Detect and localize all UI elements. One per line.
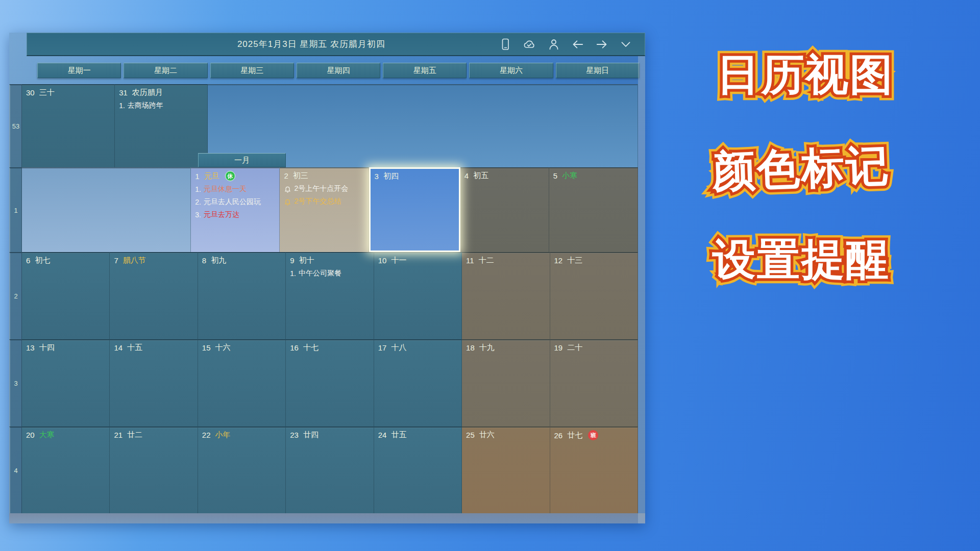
day-cell-jan4[interactable]: 4 初五 [460, 167, 549, 252]
event-item[interactable]: 2. 元旦去人民公园玩 [195, 197, 275, 207]
day-cell-jan23[interactable]: 23 廿四 [286, 427, 374, 513]
arrow-left-icon[interactable] [571, 38, 584, 51]
day-number: 18 [466, 343, 475, 352]
day-cell-jan22[interactable]: 22 小年 [198, 427, 286, 513]
chevron-down-icon[interactable] [619, 38, 632, 51]
weekday-tab-wed[interactable]: 星期三 [210, 63, 294, 78]
work-day-badge: 班 [588, 430, 598, 440]
month-tab-january[interactable]: 一月 [198, 153, 286, 167]
day-cell-jan6[interactable]: 6 初七 [22, 252, 110, 339]
day-cell-jan18[interactable]: 18 十九 [462, 339, 550, 427]
caption-set-reminders: 设置提醒 设置提醒 设置提醒 [713, 238, 890, 281]
day-cell-jan17[interactable]: 17 十八 [374, 339, 462, 427]
day-number: 20 [26, 431, 35, 439]
week-number: 53 [9, 84, 22, 167]
day-cell-jan16[interactable]: 16 十七 [286, 339, 374, 427]
weekday-header-row: 星期一 星期二 星期三 星期四 星期五 星期六 星期日 [37, 63, 640, 78]
lunar-label: 三十 [39, 88, 55, 97]
event-item[interactable]: 3. 元旦去万达 [195, 210, 275, 219]
lunar-label: 廿四 [303, 430, 318, 440]
lunar-label: 十二 [479, 256, 494, 265]
day-number: 8 [202, 256, 206, 265]
lunar-label: 初五 [473, 171, 488, 181]
lunar-label: 廿七 [567, 431, 582, 440]
bell-icon [284, 198, 291, 206]
weekday-tab-thu[interactable]: 星期四 [297, 63, 380, 78]
day-cell-jan21[interactable]: 21 廿二 [110, 427, 198, 513]
weekday-tab-fri[interactable]: 星期五 [383, 63, 467, 78]
lunar-label: 廿六 [479, 430, 495, 440]
day-number: 17 [378, 343, 387, 352]
day-cell-jan1[interactable]: 1 元旦 休 1. 元旦休息一天 2. 元旦去人民公园玩 3. 元旦去万达 [191, 167, 280, 252]
week-row-2: 2 6 初七 7 腊八节 8 初九 [9, 252, 638, 339]
weekday-tab-tue[interactable]: 星期二 [124, 63, 207, 78]
day-cell-jan9[interactable]: 9 初十 1. 中午公司聚餐 [286, 252, 374, 339]
day-number: 13 [26, 343, 35, 352]
day-cell-jan8[interactable]: 8 初九 [198, 252, 286, 339]
day-number: 23 [290, 431, 299, 439]
lunar-label: 初四 [383, 171, 399, 181]
empty-days-region [22, 167, 191, 252]
day-number: 15 [202, 343, 211, 352]
phone-icon[interactable] [499, 38, 511, 51]
day-cell-jan7[interactable]: 7 腊八节 [110, 252, 198, 339]
day-cell-jan10[interactable]: 10 十一 [374, 252, 462, 339]
lunar-label: 初九 [211, 256, 226, 265]
lunar-label: 十一 [391, 256, 406, 265]
day-cell-jan20[interactable]: 20 大寒 [22, 427, 110, 513]
lunar-label: 十九 [479, 343, 495, 353]
day-number: 26 [554, 431, 563, 440]
lunar-label: 十五 [127, 343, 142, 353]
day-cell-jan25[interactable]: 25 廿六 [462, 427, 550, 513]
lunar-label: 农历腊月 [132, 88, 163, 97]
day-cell-jan24[interactable]: 24 廿五 [374, 427, 462, 513]
festival-label: 元旦 [204, 171, 219, 181]
day-number: 12 [554, 256, 563, 265]
day-cell-dec31[interactable]: 31 农历腊月 1. 去商场跨年 [115, 84, 208, 167]
day-number: 30 [26, 88, 35, 97]
day-cell-jan11[interactable]: 11 十二 [462, 252, 550, 339]
week-row-3: 3 13 十四 14 十五 15 十六 [9, 339, 638, 427]
day-cell-jan13[interactable]: 13 十四 [22, 339, 110, 427]
arrow-right-icon[interactable] [595, 38, 608, 51]
day-cell-jan15[interactable]: 15 十六 [198, 339, 286, 427]
calendar-grid: 53 30 三十 31 农历腊月 1. 去商场跨年 1 [9, 84, 638, 513]
lunar-label: 初三 [293, 171, 308, 181]
weekday-tab-mon[interactable]: 星期一 [37, 63, 121, 78]
event-item[interactable]: 1. 元旦休息一天 [195, 185, 275, 194]
rest-day-badge: 休 [225, 171, 235, 181]
day-number: 22 [202, 431, 211, 439]
event-item[interactable]: 1. 中午公司聚餐 [290, 269, 369, 278]
day-cell-jan19[interactable]: 19 二十 [550, 339, 638, 427]
day-number: 21 [114, 431, 122, 439]
day-cell-jan26[interactable]: 26 廿七 班 [550, 427, 638, 513]
week-number: 3 [9, 339, 22, 427]
event-item[interactable]: 1. 去商场跨年 [119, 101, 203, 110]
caption-calendar-view: 日历视图 日历视图 日历视图 [717, 53, 894, 96]
window-bottom-frame [9, 513, 645, 523]
day-number: 9 [290, 256, 294, 265]
lunar-label: 十七 [303, 343, 318, 353]
reminder-item[interactable]: 2号上午十点开会 [284, 184, 364, 193]
day-number: 4 [464, 171, 469, 180]
week-row-1: 1 1 元旦 休 1. 元旦休息一天 2. 元旦去人民公园玩 3. [9, 167, 638, 252]
day-number: 11 [466, 256, 474, 265]
day-number: 31 [119, 88, 128, 97]
day-cell-jan3-selected[interactable]: 3 初四 [369, 167, 460, 252]
calendar-window: 2025年1月3日 星期五 农历腊月初四 星期一 星期二 星期三 [9, 33, 645, 523]
lunar-label: 十三 [567, 256, 582, 265]
day-cell-jan12[interactable]: 12 十三 [550, 252, 638, 339]
day-cell-jan5[interactable]: 5 小寒 [549, 167, 638, 252]
day-cell-dec30[interactable]: 30 三十 [22, 84, 115, 167]
weekday-tab-sat[interactable]: 星期六 [469, 63, 553, 78]
day-cell-jan2[interactable]: 2 初三 2号上午十点开会 2号下午交总结 [280, 167, 369, 252]
reminder-item[interactable]: 2号下午交总结 [284, 197, 364, 206]
day-number: 5 [553, 171, 557, 180]
weekday-tab-sun[interactable]: 星期日 [556, 63, 640, 78]
cloud-sync-icon[interactable] [522, 38, 536, 51]
lunar-label: 十四 [39, 343, 55, 353]
day-number: 3 [375, 172, 379, 181]
user-icon[interactable] [547, 38, 560, 51]
lunar-label: 初七 [35, 256, 50, 265]
day-cell-jan14[interactable]: 14 十五 [110, 339, 198, 427]
